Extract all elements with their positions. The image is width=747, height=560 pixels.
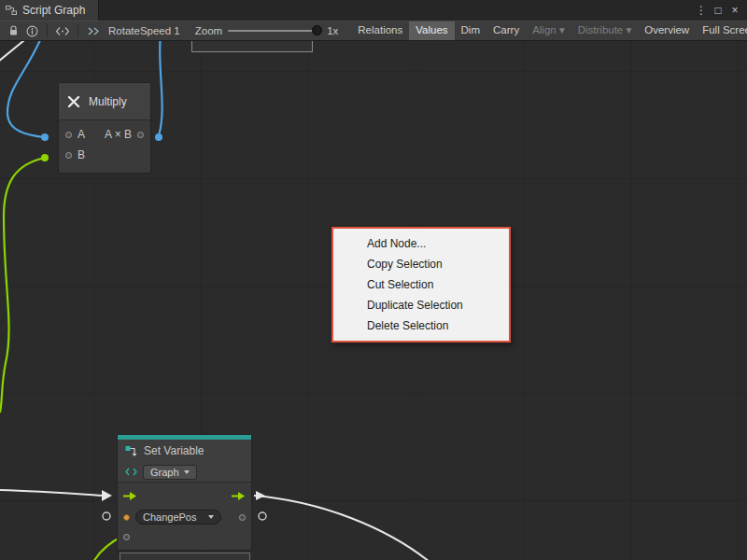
port-out-label: A × B xyxy=(105,128,132,141)
tab-title: Script Graph xyxy=(22,4,85,17)
variable-kind-icon xyxy=(125,468,137,476)
blue-endpoint-out[interactable] xyxy=(155,133,162,141)
variable-input-port[interactable] xyxy=(123,514,130,521)
flow-row xyxy=(118,484,251,507)
wire-white-topleft xyxy=(0,41,29,62)
zoom-slider-knob[interactable] xyxy=(312,25,322,35)
info-icon[interactable] xyxy=(22,21,41,40)
partial-node-bottom[interactable] xyxy=(120,553,250,560)
set-variable-title: Set Variable xyxy=(144,444,204,457)
output-port-axb[interactable] xyxy=(137,132,144,138)
variable-dropdown[interactable]: ChangePos xyxy=(135,510,221,525)
menu-item-copy-selection[interactable]: Copy Selection xyxy=(333,254,509,274)
set-variable-header[interactable]: Set Variable xyxy=(118,440,251,462)
script-graph-icon xyxy=(6,5,17,16)
toolbar-separator xyxy=(47,24,48,37)
set-variable-icon xyxy=(125,445,138,457)
port-b-label: B xyxy=(78,148,85,161)
window-menu-icon[interactable]: ⋮ xyxy=(693,0,710,21)
maximize-icon[interactable]: □ xyxy=(710,0,726,21)
carry-button[interactable]: Carry xyxy=(486,21,526,41)
align-button[interactable]: Align ▾ xyxy=(526,21,571,41)
extra-input-port[interactable] xyxy=(123,534,130,540)
flow-in-arrowhead xyxy=(102,490,112,501)
variable-output-port[interactable] xyxy=(239,514,246,521)
dim-button[interactable]: Dim xyxy=(455,21,486,41)
flow-output-arrow-icon[interactable] xyxy=(232,491,246,501)
close-icon[interactable]: × xyxy=(726,0,743,21)
zoom-slider[interactable] xyxy=(228,30,321,32)
multiply-node-title: Multiply xyxy=(89,95,127,108)
overview-button[interactable]: Overview xyxy=(638,21,696,41)
graph-breadcrumb-icon xyxy=(84,21,103,40)
wire-blue-right xyxy=(159,41,162,135)
graph-toolbar: RotateSpeed 1 Zoom 1x Relations Values D… xyxy=(0,21,747,41)
menu-item-cut-selection[interactable]: Cut Selection xyxy=(333,274,509,295)
flow-input-arrow-icon[interactable] xyxy=(123,491,137,501)
menu-item-duplicate-selection[interactable]: Duplicate Selection xyxy=(333,295,509,315)
set-variable-body: ChangePos xyxy=(118,483,251,546)
graph-canvas[interactable]: Multiply A A × B B xyxy=(0,41,747,560)
green-endpoint-b[interactable] xyxy=(41,154,49,161)
fullscreen-button[interactable]: Full Screen xyxy=(696,21,747,41)
input-port-a[interactable] xyxy=(65,132,72,138)
window-titlebar: Script Graph ⋮ □ × xyxy=(0,0,747,21)
distribute-button[interactable]: Distribute ▾ xyxy=(571,21,639,41)
scope-dropdown-label: Graph xyxy=(150,467,179,478)
lock-icon[interactable] xyxy=(4,21,22,40)
toolbar-buttons: Relations Values Dim Carry Align ▾ Distr… xyxy=(351,21,747,41)
code-preview-icon[interactable] xyxy=(53,21,72,40)
context-menu: Add Node... Copy Selection Cut Selection… xyxy=(331,227,511,343)
menu-item-delete-selection[interactable]: Delete Selection xyxy=(333,315,509,336)
multiply-icon xyxy=(66,94,81,109)
set-variable-node[interactable]: Set Variable Graph xyxy=(117,434,252,551)
wire-blue-left xyxy=(7,41,43,137)
input-port-b[interactable] xyxy=(65,152,72,159)
chevron-down-icon xyxy=(184,470,190,474)
wire-green-left xyxy=(0,158,45,413)
unconnected-port-right[interactable] xyxy=(259,512,266,520)
chevron-down-icon xyxy=(208,515,214,519)
variable-dropdown-label: ChangePos xyxy=(143,511,197,523)
menu-item-add-node[interactable]: Add Node... xyxy=(333,233,509,254)
scope-dropdown[interactable]: Graph xyxy=(143,465,197,480)
multiply-node[interactable]: Multiply A A × B B xyxy=(58,82,151,174)
flow-out-arrowhead xyxy=(256,491,265,500)
zoom-control: Zoom 1x xyxy=(195,25,339,36)
multiply-row-a: A A × B xyxy=(59,124,150,145)
values-button[interactable]: Values xyxy=(409,21,454,41)
zoom-label: Zoom xyxy=(195,25,222,36)
graph-name-label[interactable]: RotateSpeed 1 xyxy=(108,25,180,36)
set-variable-subrow: Graph xyxy=(118,462,251,483)
blue-endpoint-a[interactable] xyxy=(41,133,49,141)
window-controls: ⋮ □ × xyxy=(693,0,747,21)
variable-row: ChangePos xyxy=(118,507,251,527)
multiply-node-header[interactable]: Multiply xyxy=(59,83,150,120)
multiply-node-body: A A × B B xyxy=(59,120,150,173)
wire-white-flow-in xyxy=(0,490,102,496)
tab-script-graph[interactable]: Script Graph xyxy=(0,0,99,21)
partial-node-top[interactable] xyxy=(191,41,313,52)
toolbar-separator xyxy=(78,24,78,37)
wire-white-flow-out xyxy=(254,496,430,560)
extra-port-row xyxy=(118,527,251,546)
port-a-label: A xyxy=(78,128,85,141)
zoom-value: 1x xyxy=(327,25,338,36)
unconnected-port-left[interactable] xyxy=(103,512,110,520)
relations-button[interactable]: Relations xyxy=(351,21,409,41)
multiply-row-b: B xyxy=(59,145,150,165)
